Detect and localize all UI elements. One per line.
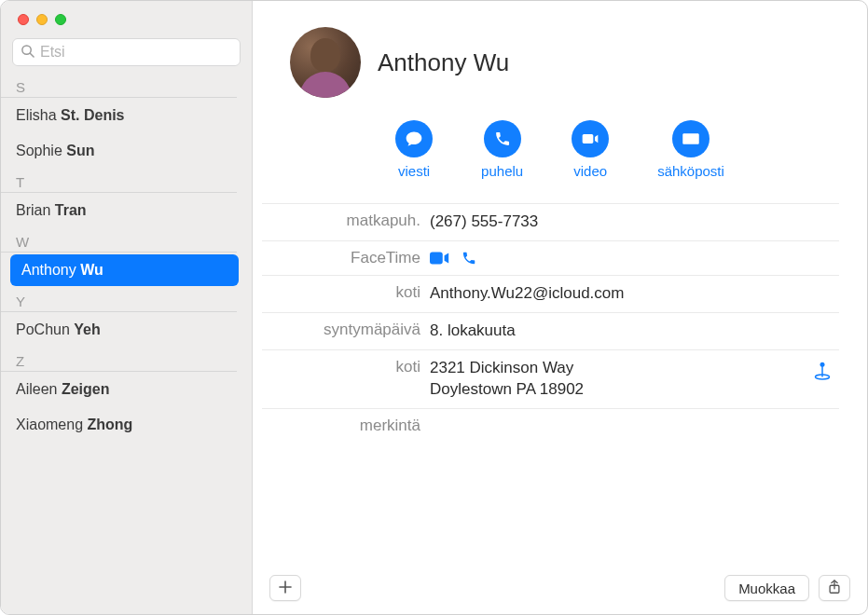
home-email-label: koti bbox=[262, 283, 430, 302]
mail-icon bbox=[672, 120, 710, 157]
contacts-window: SElisha St. DenisSophie SunTBrian TranWA… bbox=[0, 0, 868, 615]
detail-header: Anthony Wu bbox=[253, 1, 867, 107]
list-item[interactable]: PoChun Yeh bbox=[1, 312, 248, 348]
contact-last-name: Zeigen bbox=[62, 381, 110, 397]
search-wrap bbox=[1, 34, 252, 74]
fields: matkapuh. (267) 555-7733 FaceTime koti A… bbox=[253, 198, 867, 443]
plus-icon bbox=[279, 581, 292, 596]
mail-label: sähköposti bbox=[657, 163, 724, 179]
section-letter: Z bbox=[1, 348, 237, 372]
mobile-value: (267) 555-7733 bbox=[430, 212, 538, 233]
address-line-1: 2321 Dickinson Way bbox=[430, 358, 584, 379]
video-button[interactable]: video bbox=[572, 120, 609, 179]
list-item[interactable]: Brian Tran bbox=[1, 193, 248, 228]
call-button[interactable]: puhelu bbox=[481, 120, 523, 179]
contact-first-name: Sophie bbox=[16, 143, 66, 158]
birthday-value: 8. lokakuuta bbox=[430, 321, 516, 342]
map-pin-icon[interactable] bbox=[813, 360, 832, 384]
section-letter: T bbox=[1, 169, 237, 193]
contact-detail: Anthony Wu viesti puhelu video bbox=[253, 1, 867, 614]
edit-label: Muokkaa bbox=[738, 581, 795, 596]
minimize-button[interactable] bbox=[36, 14, 48, 25]
field-home-address[interactable]: koti 2321 Dickinson Way Doylestown PA 18… bbox=[262, 349, 839, 408]
facetime-label: FaceTime bbox=[262, 249, 430, 267]
list-item[interactable]: Elisha St. Denis bbox=[1, 98, 248, 133]
section-letter: Y bbox=[1, 288, 237, 312]
search-input[interactable] bbox=[40, 44, 232, 61]
list-item[interactable]: Sophie Sun bbox=[1, 133, 248, 169]
section-letter: S bbox=[1, 74, 237, 98]
call-label: puhelu bbox=[481, 163, 523, 179]
maximize-button[interactable] bbox=[55, 14, 66, 25]
bottom-bar: Muokkaa bbox=[253, 566, 867, 614]
action-row: viesti puhelu video sähköposti bbox=[253, 107, 867, 198]
contact-name: Anthony Wu bbox=[378, 48, 509, 77]
contact-first-name: Anthony bbox=[21, 262, 80, 278]
field-note[interactable]: merkintä bbox=[262, 408, 839, 443]
message-label: viesti bbox=[398, 163, 430, 179]
contact-first-name: Aileen bbox=[16, 381, 62, 397]
close-button[interactable] bbox=[18, 14, 29, 25]
search-icon bbox=[21, 44, 34, 62]
birthday-label: syntymäpäivä bbox=[262, 321, 430, 339]
home-address-label: koti bbox=[262, 358, 430, 376]
note-label: merkintä bbox=[262, 417, 430, 435]
contact-last-name: Tran bbox=[55, 202, 87, 218]
message-icon bbox=[395, 120, 433, 157]
contact-last-name: Zhong bbox=[88, 417, 133, 432]
home-address-value: 2321 Dickinson Way Doylestown PA 18902 bbox=[430, 358, 584, 401]
mail-button[interactable]: sähköposti bbox=[657, 120, 724, 179]
contact-last-name: Yeh bbox=[74, 321, 100, 337]
window-controls bbox=[1, 1, 252, 34]
add-button[interactable] bbox=[269, 575, 301, 601]
share-icon bbox=[828, 580, 841, 597]
search-field[interactable] bbox=[12, 38, 241, 66]
video-icon bbox=[572, 120, 609, 157]
contact-last-name: St. Denis bbox=[61, 107, 124, 123]
sidebar: SElisha St. DenisSophie SunTBrian TranWA… bbox=[1, 1, 253, 614]
list-item[interactable]: Xiaomeng Zhong bbox=[1, 407, 248, 443]
contact-last-name: Wu bbox=[80, 262, 103, 278]
section-letter: W bbox=[1, 228, 237, 253]
field-facetime[interactable]: FaceTime bbox=[262, 240, 839, 275]
list-item[interactable]: Aileen Zeigen bbox=[1, 372, 248, 407]
edit-button[interactable]: Muokkaa bbox=[724, 575, 809, 601]
contact-last-name: Sun bbox=[66, 143, 94, 158]
field-mobile[interactable]: matkapuh. (267) 555-7733 bbox=[262, 203, 839, 240]
facetime-icons bbox=[430, 249, 476, 266]
svg-line-1 bbox=[30, 53, 34, 57]
contact-list[interactable]: SElisha St. DenisSophie SunTBrian TranWA… bbox=[1, 74, 252, 614]
share-button[interactable] bbox=[819, 575, 850, 601]
contact-first-name: Xiaomeng bbox=[16, 417, 88, 432]
contact-first-name: Elisha bbox=[16, 107, 61, 123]
contact-first-name: PoChun bbox=[16, 321, 74, 337]
message-button[interactable]: viesti bbox=[395, 120, 433, 179]
contact-first-name: Brian bbox=[16, 202, 55, 218]
avatar[interactable] bbox=[290, 27, 361, 98]
facetime-audio-icon[interactable] bbox=[462, 251, 476, 266]
address-line-2: Doylestown PA 18902 bbox=[430, 379, 584, 401]
mobile-label: matkapuh. bbox=[262, 212, 430, 230]
svg-rect-2 bbox=[430, 253, 443, 265]
video-label: video bbox=[573, 163, 607, 179]
field-home-email[interactable]: koti Anthony.Wu22@icloud.com bbox=[262, 275, 839, 312]
phone-icon bbox=[484, 120, 521, 157]
svg-point-5 bbox=[820, 362, 825, 366]
facetime-video-icon[interactable] bbox=[430, 251, 450, 266]
field-birthday[interactable]: syntymäpäivä 8. lokakuuta bbox=[262, 312, 839, 349]
bottom-right: Muokkaa bbox=[724, 575, 850, 601]
home-email-value: Anthony.Wu22@icloud.com bbox=[430, 283, 624, 305]
list-item[interactable]: Anthony Wu bbox=[10, 254, 239, 286]
